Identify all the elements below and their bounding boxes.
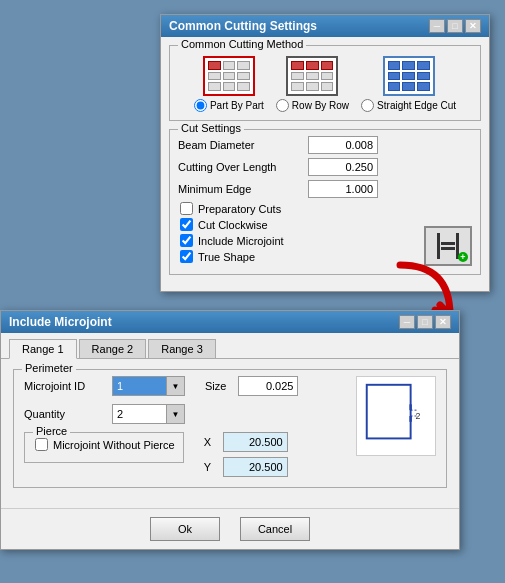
include-microjoint-dialog: Include Microjoint ─ □ ✕ Range 1 Range 2… xyxy=(0,310,460,550)
y-row: Y xyxy=(204,457,288,477)
microjoint-id-input[interactable] xyxy=(112,376,167,396)
pierce-checkbox[interactable] xyxy=(35,438,48,451)
perimeter-group: Perimeter Microjoint ID ▼ Size xyxy=(13,369,447,488)
size-input[interactable] xyxy=(238,376,298,396)
mj-minimize-button[interactable]: ─ xyxy=(399,315,415,329)
tab-content: Perimeter Microjoint ID ▼ Size xyxy=(1,359,459,508)
y-label: Y xyxy=(204,461,218,473)
tab-range3[interactable]: Range 3 xyxy=(148,339,216,358)
main-dialog-body: Common Cutting Method xyxy=(161,37,489,291)
pierce-xy-row: Pierce Microjoint Without Pierce X xyxy=(24,432,346,477)
include-microjoint-row: Include Microjoint xyxy=(180,234,412,247)
mj-close-button[interactable]: ✕ xyxy=(435,315,451,329)
cut-settings-label: Cut Settings xyxy=(178,122,244,134)
minimize-button[interactable]: ─ xyxy=(429,19,445,33)
pierce-group: Pierce Microjoint Without Pierce xyxy=(24,432,184,463)
minimum-edge-row: Minimum Edge xyxy=(178,180,472,198)
preparatory-cuts-row: Preparatory Cuts xyxy=(180,202,472,215)
cancel-button[interactable]: Cancel xyxy=(240,517,310,541)
tab-range2[interactable]: Range 2 xyxy=(79,339,147,358)
perimeter-content: Microjoint ID ▼ Size Quantity ▼ xyxy=(24,376,436,477)
titlebar-buttons: ─ □ ✕ xyxy=(429,19,481,33)
beam-diameter-row: Beam Diameter xyxy=(178,136,472,154)
include-microjoint-checkbox[interactable] xyxy=(180,234,193,247)
true-shape-checkbox[interactable] xyxy=(180,250,193,263)
minimum-edge-label: Minimum Edge xyxy=(178,183,308,195)
pierce-checkbox-label: Microjoint Without Pierce xyxy=(53,439,175,451)
microjoint-settings-button[interactable]: + xyxy=(424,226,472,266)
microjoint-id-label: Microjoint ID xyxy=(24,380,104,392)
quantity-row: Quantity ▼ xyxy=(24,404,346,424)
include-microjoint-label: Include Microjoint xyxy=(198,235,284,247)
part-by-part-radio-label[interactable]: Part By Part xyxy=(194,99,264,112)
cut-settings-group: Cut Settings Beam Diameter Cutting Over … xyxy=(169,129,481,275)
part-by-part-icon xyxy=(203,56,255,96)
straight-edge-option: Straight Edge Cut xyxy=(361,56,456,112)
cutting-method-group: Common Cutting Method xyxy=(169,45,481,121)
pierce-checkbox-row: Microjoint Without Pierce xyxy=(35,438,175,451)
row-by-row-option: Row By Row xyxy=(276,56,349,112)
maximize-button[interactable]: □ xyxy=(447,19,463,33)
main-dialog-title: Common Cutting Settings xyxy=(169,19,317,33)
quantity-input[interactable] xyxy=(112,404,167,424)
pierce-group-label: Pierce xyxy=(33,425,70,437)
tabs-bar: Range 1 Range 2 Range 3 xyxy=(1,333,459,359)
cut-clockwise-label: Cut Clockwise xyxy=(198,219,268,231)
microjoint-id-row: Microjoint ID ▼ Size xyxy=(24,376,346,396)
quantity-arrow[interactable]: ▼ xyxy=(167,404,185,424)
cutting-over-length-row: Cutting Over Length xyxy=(178,158,472,176)
straight-edge-radio[interactable] xyxy=(361,99,374,112)
y-input[interactable] xyxy=(223,457,288,477)
quantity-label: Quantity xyxy=(24,408,104,420)
beam-diameter-input[interactable] xyxy=(308,136,378,154)
microjoint-id-arrow[interactable]: ▼ xyxy=(167,376,185,396)
row-by-row-icon xyxy=(286,56,338,96)
svg-text:2: 2 xyxy=(416,411,421,421)
cut-clockwise-checkbox[interactable] xyxy=(180,218,193,231)
svg-rect-1 xyxy=(367,385,411,439)
tab-range1[interactable]: Range 1 xyxy=(9,339,77,359)
ok-button[interactable]: Ok xyxy=(150,517,220,541)
close-button[interactable]: ✕ xyxy=(465,19,481,33)
preparatory-cuts-checkbox[interactable] xyxy=(180,202,193,215)
size-label: Size xyxy=(205,380,226,392)
true-shape-label: True Shape xyxy=(198,251,255,263)
cutting-method-label: Common Cutting Method xyxy=(178,38,306,50)
microjoint-plus-icon: + xyxy=(458,252,468,262)
mj-maximize-button[interactable]: □ xyxy=(417,315,433,329)
part-by-part-option: Part By Part xyxy=(194,56,264,112)
preparatory-cuts-label: Preparatory Cuts xyxy=(198,203,281,215)
perimeter-label: Perimeter xyxy=(22,362,76,374)
row-by-row-radio[interactable] xyxy=(276,99,289,112)
minimum-edge-input[interactable] xyxy=(308,180,378,198)
microjoint-dialog-title: Include Microjoint xyxy=(9,315,112,329)
microjoint-button-area: + xyxy=(424,226,472,266)
x-input[interactable] xyxy=(223,432,288,452)
part-by-part-radio[interactable] xyxy=(194,99,207,112)
microjoint-icon xyxy=(437,233,459,259)
cutting-over-length-label: Cutting Over Length xyxy=(178,161,308,173)
microjoint-preview: 2 xyxy=(356,376,436,456)
quantity-dropdown[interactable]: ▼ xyxy=(112,404,185,424)
microjoint-titlebar-buttons: ─ □ ✕ xyxy=(399,315,451,329)
xy-section: X Y xyxy=(204,432,288,477)
straight-edge-icon xyxy=(383,56,435,96)
left-fields: Microjoint ID ▼ Size Quantity ▼ xyxy=(24,376,346,477)
main-dialog-titlebar: Common Cutting Settings ─ □ ✕ xyxy=(161,15,489,37)
cutting-method-options: Part By Part xyxy=(178,52,472,112)
microjoint-dialog-titlebar: Include Microjoint ─ □ ✕ xyxy=(1,311,459,333)
bottom-bar: Ok Cancel xyxy=(1,508,459,549)
cutting-over-length-input[interactable] xyxy=(308,158,378,176)
microjoint-id-dropdown[interactable]: ▼ xyxy=(112,376,185,396)
x-row: X xyxy=(204,432,288,452)
microjoint-preview-svg: 2 xyxy=(357,377,435,455)
row-by-row-radio-label[interactable]: Row By Row xyxy=(276,99,349,112)
common-cutting-settings-dialog: Common Cutting Settings ─ □ ✕ Common Cut… xyxy=(160,14,490,292)
straight-edge-radio-label[interactable]: Straight Edge Cut xyxy=(361,99,456,112)
x-label: X xyxy=(204,436,218,448)
beam-diameter-label: Beam Diameter xyxy=(178,139,308,151)
